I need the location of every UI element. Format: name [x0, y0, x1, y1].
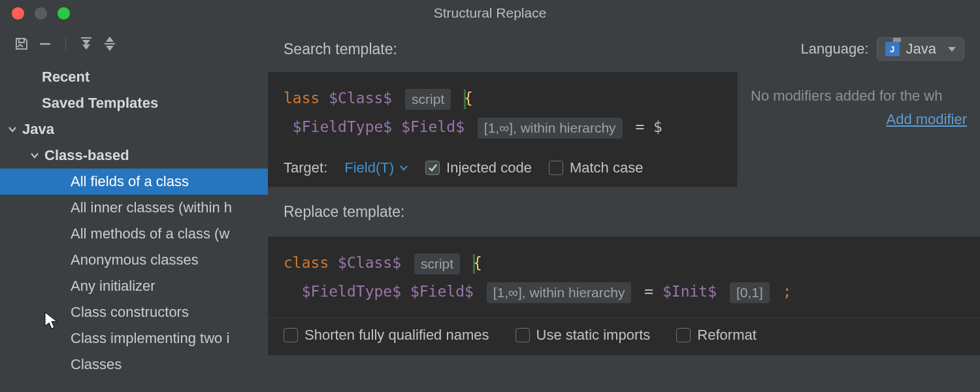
tree-saved-templates[interactable]: Saved Templates: [0, 90, 268, 116]
tree-label: All inner classes (within h: [71, 199, 232, 216]
checkbox-checked-icon: [425, 161, 440, 175]
filter-badge[interactable]: script: [414, 253, 460, 274]
code-variable: $Field$: [410, 283, 474, 300]
code-text: =: [644, 283, 653, 300]
close-window-icon[interactable]: [12, 7, 24, 20]
tree-label: All fields of a class: [71, 173, 189, 190]
java-file-icon: J: [885, 42, 900, 56]
tree-label: Saved Templates: [42, 95, 158, 112]
checkbox-unchecked-icon: [549, 161, 563, 175]
tree-label: Class constructors: [71, 304, 189, 321]
code-keyword: lass: [284, 90, 319, 106]
tree-item-any-init[interactable]: Any initializer: [0, 273, 268, 299]
replace-options-row: Shorten fully qualified names Use static…: [268, 318, 980, 355]
replace-template-editor[interactable]: class $Class$ script { $FieldType$ $Fiel…: [268, 237, 980, 355]
checkbox-label: Shorten fully qualified names: [304, 327, 489, 344]
static-imports-checkbox[interactable]: Use static imports: [515, 327, 651, 344]
filter-badge[interactable]: [1,∞], within hierarchy: [478, 118, 623, 139]
target-label: Target:: [284, 159, 327, 176]
checkbox-label: Match case: [570, 159, 644, 176]
code-keyword: class: [284, 254, 329, 271]
chevron-down-icon[interactable]: [29, 150, 41, 161]
zoom-window-icon[interactable]: [57, 7, 70, 20]
tree-label: Class implementing two i: [71, 330, 229, 347]
code-variable: $Class$: [329, 90, 392, 106]
modifiers-message: No modifiers added for the wh: [751, 88, 967, 105]
window-title: Structural Replace: [0, 5, 980, 21]
reformat-checkbox[interactable]: Reformat: [676, 327, 756, 344]
tree-label: Any initializer: [71, 278, 155, 295]
tree-java[interactable]: Java: [0, 116, 268, 142]
code-variable: $Init$: [662, 283, 717, 300]
language-label: Language:: [801, 41, 869, 57]
shorten-fqn-checkbox[interactable]: Shorten fully qualified names: [284, 327, 489, 344]
tree-item-classes[interactable]: Classes: [0, 351, 268, 378]
tree-label: Recent: [42, 69, 90, 86]
match-case-checkbox[interactable]: Match case: [549, 159, 644, 176]
add-modifier-link[interactable]: Add modifier: [751, 111, 967, 128]
minimize-window-icon[interactable]: [35, 7, 47, 20]
tree-item-impl-two[interactable]: Class implementing two i: [0, 325, 268, 351]
tree-class-based[interactable]: Class-based: [0, 142, 268, 169]
chevron-down-icon[interactable]: [7, 123, 18, 135]
svg-rect-1: [81, 37, 91, 39]
code-variable: $FieldType$: [293, 118, 392, 135]
language-value: Java: [906, 41, 936, 57]
tree-item-all-methods[interactable]: All methods of a class (w: [0, 221, 268, 247]
traffic-lights: [12, 7, 70, 20]
search-template-header: Search template: Language: J Java: [268, 26, 980, 72]
checkbox-label: Injected code: [446, 159, 532, 176]
filter-badge[interactable]: script: [405, 89, 451, 110]
replace-template-label: Replace template:: [284, 203, 404, 221]
code-brace: {: [464, 90, 473, 106]
target-value: Field(T): [344, 159, 394, 176]
code-variable: $Field$: [401, 118, 465, 135]
chevron-down-icon: [948, 47, 956, 52]
sidebar-toolbar: [0, 26, 268, 61]
replace-template-header: Replace template:: [268, 187, 980, 237]
checkbox-unchecked-icon: [676, 328, 691, 342]
checkbox-label: Use static imports: [536, 327, 651, 344]
language-dropdown[interactable]: J Java: [877, 37, 964, 61]
modifiers-panel: No modifiers added for the wh Add modifi…: [737, 72, 980, 183]
template-sidebar: Recent Saved Templates Java Class-based …: [0, 26, 268, 392]
toolbar-separator: [65, 35, 66, 52]
filter-badge[interactable]: [0,1]: [730, 282, 770, 303]
tree-label: Class-based: [44, 147, 129, 164]
code-brace: {: [473, 254, 482, 271]
target-dropdown[interactable]: Field(T): [344, 159, 408, 176]
save-template-icon[interactable]: [12, 34, 31, 54]
language-selector: Language: J Java: [801, 37, 964, 61]
tree-item-all-fields[interactable]: All fields of a class: [0, 169, 268, 195]
template-tree[interactable]: Recent Saved Templates Java Class-based …: [0, 61, 268, 392]
collapse-all-icon[interactable]: [100, 34, 120, 54]
tree-item-constructors[interactable]: Class constructors: [0, 299, 268, 325]
filter-badge[interactable]: [1,∞], within hierarchy: [487, 282, 632, 303]
tree-label: Classes: [71, 356, 122, 373]
code-variable: $FieldType$: [302, 283, 401, 300]
remove-template-icon[interactable]: [35, 34, 55, 54]
tree-label: All methods of a class (w: [71, 225, 229, 242]
search-template-label: Search template:: [284, 41, 397, 58]
search-template-editor[interactable]: lass $Class$ script { $FieldType$ $Field…: [268, 72, 737, 187]
code-text: = $: [635, 118, 662, 135]
tree-label: Anonymous classes: [71, 252, 199, 269]
tree-label: Java: [22, 121, 54, 138]
checkbox-unchecked-icon: [515, 328, 530, 342]
tree-item-all-inner[interactable]: All inner classes (within h: [0, 195, 268, 221]
title-bar: Structural Replace: [0, 0, 980, 26]
main-panel: Search template: Language: J Java lass $…: [268, 26, 980, 392]
code-variable: $Class$: [338, 254, 401, 271]
checkbox-unchecked-icon: [284, 328, 298, 342]
search-options-row: Target: Field(T) Injected code Match cas…: [268, 153, 737, 187]
tree-recent[interactable]: Recent: [0, 64, 268, 90]
checkbox-label: Reformat: [697, 327, 756, 344]
expand-all-icon[interactable]: [76, 34, 96, 54]
svg-rect-0: [40, 43, 50, 45]
svg-rect-2: [105, 43, 115, 44]
code-text: ;: [783, 283, 792, 300]
tree-item-anon-classes[interactable]: Anonymous classes: [0, 247, 268, 273]
injected-code-checkbox[interactable]: Injected code: [425, 159, 532, 176]
